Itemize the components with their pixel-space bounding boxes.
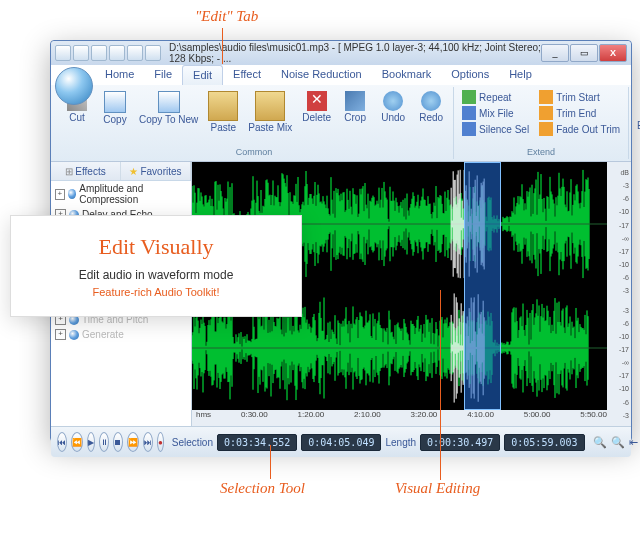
fade-out-trim-button[interactable]: Fade Out Trim — [535, 121, 624, 137]
silence-sel-icon — [462, 122, 476, 136]
ribbon-btn-label: Paste — [211, 122, 237, 133]
zoom-in-button[interactable]: 🔍 — [593, 434, 607, 450]
paste-mix-button[interactable]: Paste Mix — [244, 89, 296, 146]
ribbon-btn-label: Redo — [419, 112, 443, 123]
qat-icon[interactable] — [109, 45, 125, 61]
tab-bookmark[interactable]: Bookmark — [372, 65, 442, 85]
qat-icon[interactable] — [55, 45, 71, 61]
mix-file-button[interactable]: Mix File — [458, 105, 533, 121]
annotation-edit-tab: "Edit" Tab — [195, 8, 258, 25]
callout-line2: Feature-rich Audio Toolkit! — [31, 286, 281, 298]
crop-icon — [345, 91, 365, 111]
expand-icon[interactable]: + — [55, 189, 65, 200]
total-display: 0:05:59.003 — [504, 434, 584, 451]
fade-out-trim-icon — [539, 122, 553, 136]
tab-effect[interactable]: Effect — [223, 65, 271, 85]
qat-icon[interactable] — [91, 45, 107, 61]
ribbon-btn-label: Delete — [302, 112, 331, 123]
callout-title: Edit Visually — [31, 234, 281, 260]
category-icon — [69, 330, 79, 340]
delete-icon — [307, 91, 327, 111]
crop-button[interactable]: Crop — [337, 89, 373, 146]
tab-noise-reduction[interactable]: Noise Reduction — [271, 65, 372, 85]
ribbon-btn-label: Trim End — [556, 108, 596, 119]
window-title: D:\samples\audio files\music01.mp3 - [ M… — [169, 42, 541, 64]
paste-icon — [208, 91, 238, 121]
menubar: HomeFileEditEffectNoise ReductionBookmar… — [51, 65, 631, 85]
sidebar-item[interactable]: +Amplitude and Compression — [51, 181, 191, 207]
qat-icons — [55, 45, 161, 61]
forward-button[interactable]: ⏩ — [127, 432, 139, 452]
rewind-button[interactable]: ⏪ — [71, 432, 83, 452]
undo-button[interactable]: Undo — [375, 89, 411, 146]
trim-start-button[interactable]: Trim Start — [535, 89, 624, 105]
db-scale: dB-3-6-10-17-∞-17-10-6-3-3-6-10-17-∞-17-… — [607, 162, 631, 426]
sidebar-item[interactable]: +Generate — [51, 327, 191, 342]
ribbon-group-label: Effect — [633, 146, 640, 157]
time-scale: hms0:30.001:20.002:10.003:20.004:10.005:… — [192, 410, 611, 426]
zoom-begin-button[interactable]: ⇤ — [629, 434, 638, 450]
redo-icon — [421, 91, 441, 111]
pause-button[interactable]: ⏸ — [99, 432, 109, 452]
selection-start-display: 0:03:34.552 — [217, 434, 297, 451]
sidebar-item-label: Generate — [82, 329, 124, 340]
close-button[interactable]: X — [599, 44, 627, 62]
paste-button[interactable]: Paste — [204, 89, 242, 146]
ribbon-btn-label: Undo — [381, 112, 405, 123]
ribbon-btn-label: Copy To New — [139, 114, 198, 125]
tab-edit[interactable]: Edit — [182, 65, 223, 85]
callout-box: Edit Visually Edit audio in waveform mod… — [10, 215, 302, 317]
tab-file[interactable]: File — [144, 65, 182, 85]
tab-home[interactable]: Home — [95, 65, 144, 85]
redo-button[interactable]: Redo — [413, 89, 449, 146]
ribbon-btn-label: Crop — [344, 112, 366, 123]
selection-label: Selection — [172, 437, 213, 448]
ribbon-btn-label: Paste Mix — [248, 122, 292, 133]
copy-to-new-icon — [158, 91, 180, 113]
annotation-selection-tool: Selection Tool — [220, 480, 305, 497]
trim-start-icon — [539, 90, 553, 104]
zoom-out-button[interactable]: 🔍 — [611, 434, 625, 450]
sidebar-tab-effects[interactable]: ⊞Effects — [51, 162, 121, 180]
waveform-selection[interactable] — [464, 162, 501, 410]
ribbon-btn-label: Copy — [103, 114, 126, 125]
play-button[interactable]: ▶ — [87, 432, 95, 452]
app-orb-icon[interactable] — [55, 67, 93, 105]
record-button[interactable]: ● — [157, 432, 164, 452]
annotation-line — [440, 290, 441, 480]
qat-icon[interactable] — [127, 45, 143, 61]
copy-button[interactable]: Copy — [97, 89, 133, 146]
qat-icon[interactable] — [145, 45, 161, 61]
titlebar[interactable]: D:\samples\audio files\music01.mp3 - [ M… — [51, 41, 631, 65]
ribbon-group-label: Common — [59, 146, 449, 157]
sidebar-tab-favorites[interactable]: ★Favorites — [121, 162, 191, 180]
effect-button[interactable]: Effect ▾ — [633, 89, 640, 146]
skip-end-button[interactable]: ⏭ — [143, 432, 153, 452]
sidebar-item-label: Amplitude and Compression — [79, 183, 187, 205]
qat-icon[interactable] — [73, 45, 89, 61]
mix-file-icon — [462, 106, 476, 120]
copy-to-new-button[interactable]: Copy To New — [135, 89, 202, 146]
paste-mix-icon — [255, 91, 285, 121]
annotation-line — [222, 28, 223, 64]
ribbon-btn-label: Silence Sel — [479, 124, 529, 135]
repeat-button[interactable]: Repeat — [458, 89, 533, 105]
ribbon-group-label: Extend — [458, 146, 624, 157]
skip-start-button[interactable]: ⏮ — [57, 432, 67, 452]
stop-button[interactable]: ⏹ — [113, 432, 123, 452]
minimize-button[interactable]: _ — [541, 44, 569, 62]
annotation-visual-editing: Visual Editing — [395, 480, 480, 497]
maximize-button[interactable]: ▭ — [570, 44, 598, 62]
sidebar-tab-label: Effects — [75, 166, 105, 177]
ribbon-btn-label: Trim Start — [556, 92, 600, 103]
ribbon-btn-label: Cut — [69, 112, 85, 123]
trim-end-button[interactable]: Trim End — [535, 105, 624, 121]
sidebar-tab-label: Favorites — [140, 166, 181, 177]
tab-help[interactable]: Help — [499, 65, 542, 85]
silence-sel-button[interactable]: Silence Sel — [458, 121, 533, 137]
expand-icon[interactable]: + — [55, 329, 66, 340]
statusbar: ⏮ ⏪ ▶ ⏸ ⏹ ⏩ ⏭ ● Selection 0:03:34.552 0:… — [51, 426, 631, 457]
ribbon-group-common: CutCopyCopy To NewPastePaste MixDeleteCr… — [55, 87, 454, 159]
delete-button[interactable]: Delete — [298, 89, 335, 146]
tab-options[interactable]: Options — [441, 65, 499, 85]
